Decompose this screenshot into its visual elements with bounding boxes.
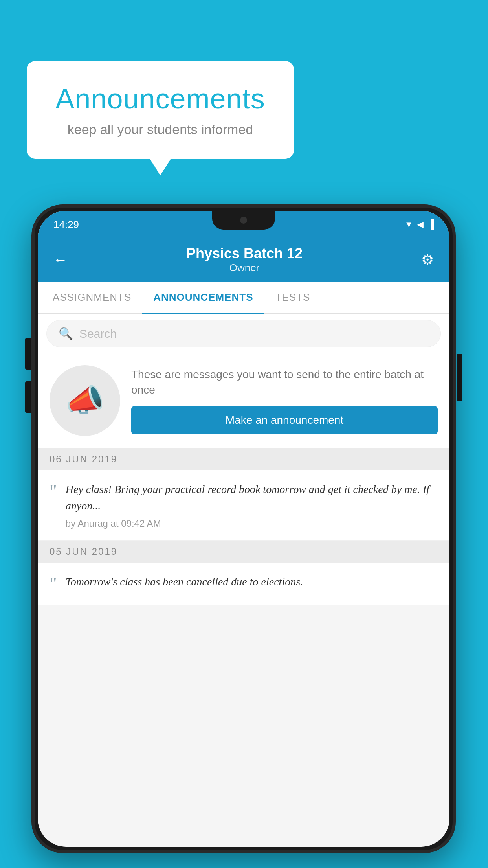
volume-down-button[interactable] [25, 381, 31, 413]
search-bar[interactable]: 🔍 Search [46, 320, 441, 347]
volume-up-button[interactable] [25, 338, 31, 370]
search-container: 🔍 Search [38, 314, 449, 353]
back-button[interactable]: ← [53, 252, 68, 268]
status-time: 14:29 [53, 219, 79, 231]
owner-label: Owner [186, 262, 303, 274]
bubble-title: Announcements [50, 83, 270, 115]
phone-frame: 14:29 ▼ ◀ ▐ ← Physics Batch 12 Owner ⚙ [31, 204, 456, 853]
camera-dot [240, 217, 247, 224]
phone-mockup: 14:29 ▼ ◀ ▐ ← Physics Batch 12 Owner ⚙ [31, 204, 456, 853]
search-icon: 🔍 [59, 327, 73, 340]
battery-icon: ▐ [427, 219, 434, 230]
settings-gear-icon[interactable]: ⚙ [421, 252, 434, 268]
promo-section: 📣 These are messages you want to send to… [38, 353, 449, 448]
app-header: ← Physics Batch 12 Owner ⚙ [38, 238, 449, 282]
tabs-bar: ASSIGNMENTS ANNOUNCEMENTS TESTS [38, 282, 449, 314]
speech-bubble: Announcements keep all your students inf… [27, 61, 294, 159]
tab-announcements[interactable]: ANNOUNCEMENTS [142, 282, 264, 313]
phone-screen: 14:29 ▼ ◀ ▐ ← Physics Batch 12 Owner ⚙ [38, 211, 449, 847]
announcement-content-2: Tomorrow's class has been cancelled due … [66, 574, 438, 594]
announcement-item-1[interactable]: " Hey class! Bring your practical record… [38, 470, 449, 541]
status-bar: 14:29 ▼ ◀ ▐ [38, 211, 449, 238]
quote-icon-1: " [50, 483, 57, 501]
announcement-content-1: Hey class! Bring your practical record b… [66, 481, 438, 529]
power-button[interactable] [457, 354, 462, 401]
announcement-meta-1: by Anurag at 09:42 AM [66, 518, 438, 529]
batch-title: Physics Batch 12 [186, 245, 303, 262]
promo-right: These are messages you want to send to t… [131, 367, 438, 434]
tab-tests[interactable]: TESTS [264, 282, 321, 313]
make-announcement-button[interactable]: Make an announcement [131, 406, 438, 434]
announcement-text-2: Tomorrow's class has been cancelled due … [66, 574, 438, 590]
megaphone-icon: 📣 [65, 382, 105, 419]
wifi-icon: ▼ [405, 219, 413, 230]
megaphone-circle: 📣 [50, 365, 120, 436]
date-separator-1: 06 JUN 2019 [38, 448, 449, 470]
promo-description: These are messages you want to send to t… [131, 367, 438, 397]
notch [212, 211, 275, 230]
header-center: Physics Batch 12 Owner [186, 245, 303, 274]
status-icons: ▼ ◀ ▐ [405, 219, 434, 230]
bubble-subtitle: keep all your students informed [50, 122, 270, 137]
date-separator-2: 05 JUN 2019 [38, 541, 449, 563]
signal-icon: ◀ [417, 219, 424, 230]
tab-assignments[interactable]: ASSIGNMENTS [42, 282, 142, 313]
announcement-item-2[interactable]: " Tomorrow's class has been cancelled du… [38, 563, 449, 605]
quote-icon-2: " [50, 575, 57, 593]
search-input[interactable]: Search [79, 327, 117, 340]
announcement-text-1: Hey class! Bring your practical record b… [66, 481, 438, 514]
